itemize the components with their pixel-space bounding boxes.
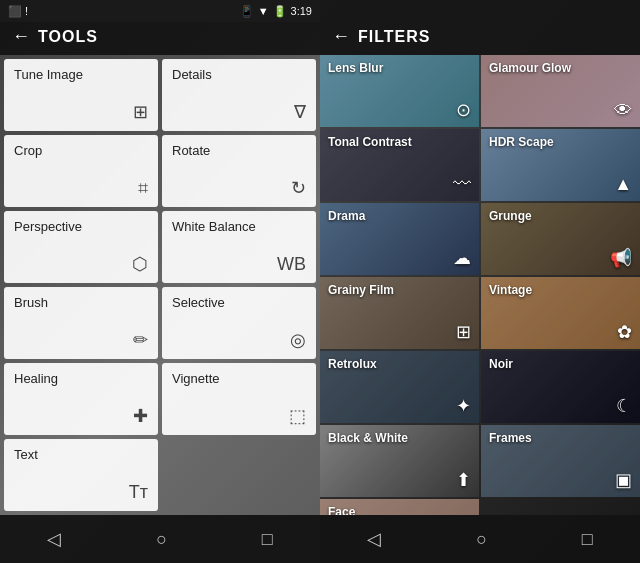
tool-icon-brush: ✏ bbox=[133, 329, 148, 351]
tool-label-tune-image: Tune Image bbox=[14, 67, 148, 82]
nav-home-right[interactable]: ○ bbox=[456, 521, 507, 558]
bottom-nav-left: ◁ ○ □ bbox=[0, 515, 320, 563]
filter-icon-tonal-contrast: 〰 bbox=[453, 174, 471, 195]
right-panel: ⬛ 📱 ▼ 🔋 3:19 ← FILTERS Lens Blur⊙Glamour… bbox=[320, 0, 640, 563]
status-left-icon: ⬛ ! bbox=[8, 5, 28, 18]
tool-label-text: Text bbox=[14, 447, 148, 462]
tool-label-details: Details bbox=[172, 67, 306, 82]
filter-card-drama[interactable]: Drama☁ bbox=[320, 203, 479, 275]
filter-card-tonal-contrast[interactable]: Tonal Contrast〰 bbox=[320, 129, 479, 201]
tools-grid: Tune Image⊞Details∇Crop⌗Rotate↻Perspecti… bbox=[0, 55, 320, 515]
filter-card-bw[interactable]: Black & White⬆ bbox=[320, 425, 479, 497]
tool-card-rotate[interactable]: Rotate↻ bbox=[162, 135, 316, 207]
tool-icon-text: Tт bbox=[129, 482, 148, 503]
tools-title: TOOLS bbox=[38, 28, 98, 46]
tool-card-healing[interactable]: Healing✚ bbox=[4, 363, 158, 435]
filter-label-frames: Frames bbox=[489, 431, 532, 445]
filter-card-vintage[interactable]: Vintage✿ bbox=[481, 277, 640, 349]
filter-card-face[interactable]: Face☺ bbox=[320, 499, 479, 515]
tool-icon-details: ∇ bbox=[294, 101, 306, 123]
status-phone-icon: 📱 bbox=[240, 5, 254, 18]
nav-back-left[interactable]: ◁ bbox=[27, 520, 81, 558]
filter-label-retrolux: Retrolux bbox=[328, 357, 377, 371]
filter-card-grunge[interactable]: Grunge📢 bbox=[481, 203, 640, 275]
tool-label-perspective: Perspective bbox=[14, 219, 148, 234]
filter-card-noir[interactable]: Noir☾ bbox=[481, 351, 640, 423]
filters-title: FILTERS bbox=[358, 28, 430, 46]
bottom-nav-right: ◁ ○ □ bbox=[320, 515, 640, 563]
filter-label-lens-blur: Lens Blur bbox=[328, 61, 383, 75]
nav-recent-right[interactable]: □ bbox=[562, 521, 613, 558]
nav-back-right[interactable]: ◁ bbox=[347, 520, 401, 558]
tool-icon-healing: ✚ bbox=[133, 405, 148, 427]
filter-icon-bw: ⬆ bbox=[456, 469, 471, 491]
tool-label-brush: Brush bbox=[14, 295, 148, 310]
status-wifi-icon: ▼ bbox=[258, 5, 269, 17]
status-time-left: 3:19 bbox=[291, 5, 312, 17]
tool-icon-vignette: ⬚ bbox=[289, 405, 306, 427]
tool-icon-rotate: ↻ bbox=[291, 177, 306, 199]
filter-label-noir: Noir bbox=[489, 357, 513, 371]
tool-label-white-balance: White Balance bbox=[172, 219, 306, 234]
filter-card-grainy-film[interactable]: Grainy Film⊞ bbox=[320, 277, 479, 349]
filter-icon-lens-blur: ⊙ bbox=[456, 99, 471, 121]
filter-icon-vintage: ✿ bbox=[617, 321, 632, 343]
tool-icon-perspective: ⬡ bbox=[132, 253, 148, 275]
filter-label-vintage: Vintage bbox=[489, 283, 532, 297]
filter-label-face: Face bbox=[328, 505, 355, 515]
filter-label-bw: Black & White bbox=[328, 431, 408, 445]
tool-icon-crop: ⌗ bbox=[138, 178, 148, 199]
filter-icon-grainy-film: ⊞ bbox=[456, 321, 471, 343]
nav-home-left[interactable]: ○ bbox=[136, 521, 187, 558]
tool-label-selective: Selective bbox=[172, 295, 306, 310]
filter-card-glamour-glow[interactable]: Glamour Glow👁 bbox=[481, 55, 640, 127]
filter-label-drama: Drama bbox=[328, 209, 365, 223]
tool-icon-selective: ◎ bbox=[290, 329, 306, 351]
filter-card-retrolux[interactable]: Retrolux✦ bbox=[320, 351, 479, 423]
filter-label-grainy-film: Grainy Film bbox=[328, 283, 394, 297]
tool-card-crop[interactable]: Crop⌗ bbox=[4, 135, 158, 207]
tool-label-vignette: Vignette bbox=[172, 371, 306, 386]
tool-card-perspective[interactable]: Perspective⬡ bbox=[4, 211, 158, 283]
tool-card-details[interactable]: Details∇ bbox=[162, 59, 316, 131]
tool-card-brush[interactable]: Brush✏ bbox=[4, 287, 158, 359]
filter-icon-noir: ☾ bbox=[616, 395, 632, 417]
filter-label-tonal-contrast: Tonal Contrast bbox=[328, 135, 412, 149]
tool-card-tune-image[interactable]: Tune Image⊞ bbox=[4, 59, 158, 131]
tools-back-button[interactable]: ← bbox=[12, 26, 30, 47]
left-panel: ⬛ ! 📱 ▼ 🔋 3:19 ← TOOLS Tune Image⊞Detail… bbox=[0, 0, 320, 563]
filter-icon-hdr-scape: ▲ bbox=[614, 174, 632, 195]
tool-card-white-balance[interactable]: White BalanceWB bbox=[162, 211, 316, 283]
filters-back-button[interactable]: ← bbox=[332, 26, 350, 47]
filter-icon-frames: ▣ bbox=[615, 469, 632, 491]
filter-icon-grunge: 📢 bbox=[610, 247, 632, 269]
status-bar-left: ⬛ ! 📱 ▼ 🔋 3:19 bbox=[0, 0, 320, 22]
tool-label-healing: Healing bbox=[14, 371, 148, 386]
filter-label-grunge: Grunge bbox=[489, 209, 532, 223]
filter-card-hdr-scape[interactable]: HDR Scape▲ bbox=[481, 129, 640, 201]
tool-card-text[interactable]: TextTт bbox=[4, 439, 158, 511]
filters-list: Lens Blur⊙Glamour Glow👁Tonal Contrast〰HD… bbox=[320, 55, 640, 515]
tool-icon-tune-image: ⊞ bbox=[133, 101, 148, 123]
filters-header: ← FILTERS bbox=[320, 0, 640, 55]
filter-card-lens-blur[interactable]: Lens Blur⊙ bbox=[320, 55, 479, 127]
tool-icon-white-balance: WB bbox=[277, 254, 306, 275]
filter-icon-retrolux: ✦ bbox=[456, 395, 471, 417]
filter-label-glamour-glow: Glamour Glow bbox=[489, 61, 571, 75]
filter-icon-drama: ☁ bbox=[453, 247, 471, 269]
tool-label-crop: Crop bbox=[14, 143, 148, 158]
tool-card-vignette[interactable]: Vignette⬚ bbox=[162, 363, 316, 435]
tool-card-selective[interactable]: Selective◎ bbox=[162, 287, 316, 359]
nav-recent-left[interactable]: □ bbox=[242, 521, 293, 558]
filter-icon-glamour-glow: 👁 bbox=[614, 100, 632, 121]
status-battery-icon: 🔋 bbox=[273, 5, 287, 18]
filter-label-hdr-scape: HDR Scape bbox=[489, 135, 554, 149]
filter-card-frames[interactable]: Frames▣ bbox=[481, 425, 640, 497]
tool-label-rotate: Rotate bbox=[172, 143, 306, 158]
